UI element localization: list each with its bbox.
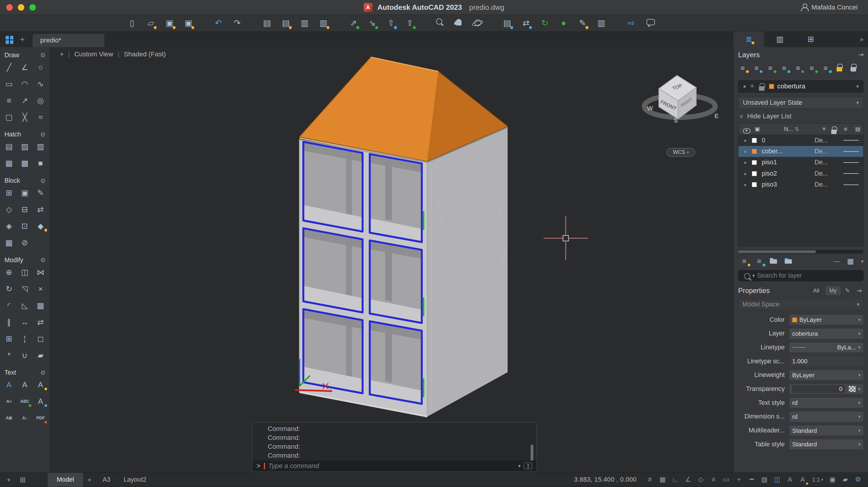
- property-value-field[interactable]: rd ▾: [789, 412, 864, 422]
- trim-icon[interactable]: ×: [34, 283, 47, 295]
- new-property-filter-icon[interactable]: [783, 256, 795, 267]
- modify-section-header[interactable]: Modify ⚙: [0, 253, 50, 264]
- layer-states-icon[interactable]: ≡: [737, 63, 749, 73]
- filter-all-button[interactable]: All: [810, 286, 823, 295]
- draw-section-header[interactable]: Draw ⚙: [0, 49, 50, 59]
- write-block-icon[interactable]: ◈: [2, 220, 16, 232]
- layer-color-swatch[interactable]: [752, 160, 757, 165]
- gear-icon[interactable]: ⚙: [40, 131, 45, 138]
- property-value-field[interactable]: Standard ▾: [789, 425, 864, 436]
- edit-block-icon[interactable]: ✎: [34, 187, 47, 199]
- single-line-text-icon[interactable]: A: [18, 379, 31, 391]
- hatch-section-header[interactable]: Hatch ⚙: [0, 128, 50, 139]
- layers-panel-tab[interactable]: ≣: [734, 31, 765, 47]
- multiline-text-icon[interactable]: A: [2, 379, 16, 391]
- sheets-panel-tab[interactable]: ⊞: [795, 31, 827, 47]
- zoom-icon[interactable]: [434, 17, 445, 29]
- model-tab[interactable]: Model: [48, 473, 83, 487]
- batch-print-icon[interactable]: ▤: [280, 17, 292, 29]
- reference-manager-icon[interactable]: ▥: [595, 17, 607, 29]
- feedback-icon[interactable]: [644, 17, 656, 29]
- spell-check-icon[interactable]: ABC: [18, 395, 31, 407]
- isolate-objects-icon[interactable]: ▰▾: [840, 474, 851, 485]
- erase-icon[interactable]: ◻: [34, 333, 47, 345]
- text-style-icon[interactable]: A: [34, 379, 47, 391]
- create-block-icon[interactable]: ▣: [18, 187, 31, 199]
- grid-display-icon[interactable]: #▾: [645, 474, 655, 485]
- on-column-icon[interactable]: ☀: [819, 126, 829, 132]
- quick-select-icon[interactable]: ✎: [843, 286, 852, 295]
- command-window[interactable]: Command:Command:Command:Command: > Type …: [252, 422, 537, 472]
- line-icon[interactable]: ╱: [2, 61, 16, 73]
- new-vp-frozen-layer-icon[interactable]: ≡: [753, 256, 766, 267]
- break-icon[interactable]: ¦: [18, 333, 31, 345]
- layer-status-icon[interactable]: ●: [739, 182, 752, 187]
- layer-translator-icon[interactable]: ⇄: [520, 17, 532, 29]
- mirror-icon[interactable]: ⋈: [34, 266, 47, 278]
- donut-icon[interactable]: ◎: [34, 94, 47, 106]
- new-file-icon[interactable]: ▯: [126, 17, 138, 29]
- find-text-icon[interactable]: A: [34, 395, 47, 407]
- tab-overview-icon[interactable]: [6, 36, 9, 39]
- open-file-icon[interactable]: ▱: [145, 17, 157, 29]
- hatch-boundary-icon[interactable]: ▤: [2, 141, 16, 153]
- delete-layer-icon[interactable]: —: [833, 257, 840, 265]
- layer-color-swatch[interactable]: [752, 138, 757, 143]
- page-setup-icon[interactable]: ▥: [299, 17, 310, 29]
- gear-icon[interactable]: ⚙: [40, 369, 45, 376]
- array-icon[interactable]: ▦: [34, 299, 47, 311]
- new-group-filter-icon[interactable]: [768, 256, 780, 267]
- solid-fill-icon[interactable]: ■: [34, 157, 47, 169]
- layer-row[interactable]: ● piso3 De...: [739, 179, 863, 190]
- new-drawing-tab-button[interactable]: +: [20, 35, 25, 44]
- standards-status-icon[interactable]: ●: [558, 17, 569, 29]
- gear-icon[interactable]: ⚙: [40, 52, 45, 59]
- add-layout-button[interactable]: +: [83, 476, 96, 484]
- join-icon[interactable]: ∪: [18, 349, 31, 361]
- name-column-header[interactable]: N...: [784, 126, 793, 132]
- print-icon[interactable]: ▤: [261, 17, 273, 29]
- layer-columns-icon[interactable]: ▦: [844, 256, 857, 267]
- copy-icon[interactable]: ◫: [18, 266, 31, 278]
- save-as-icon[interactable]: ▣: [183, 17, 194, 29]
- command-input-row[interactable]: > Type a command ▾ ↥: [252, 461, 537, 471]
- rectangle-icon[interactable]: ▭: [2, 78, 16, 90]
- align-icon[interactable]: ⇄: [34, 316, 47, 328]
- plot-style-icon[interactable]: ▤: [501, 17, 513, 29]
- ray-icon[interactable]: ↗: [18, 94, 31, 106]
- selection-type-dropdown[interactable]: Model Space ▾: [738, 299, 864, 310]
- group-icon[interactable]: ▦: [2, 237, 16, 249]
- unlock-layer-icon[interactable]: [847, 63, 859, 73]
- thaw-all-layers-icon[interactable]: ≡: [820, 63, 832, 73]
- new-layer-icon[interactable]: ≡: [738, 256, 750, 267]
- current-layer-dropdown[interactable]: ● ☀ cobertura ▾: [738, 80, 864, 93]
- expand-command-history-icon[interactable]: ↥: [524, 463, 532, 469]
- layer-status-icon[interactable]: ●: [739, 171, 752, 176]
- annotation-autoscale-icon[interactable]: A▾: [797, 474, 808, 485]
- block-palette-icon[interactable]: ◆: [34, 220, 47, 232]
- off-layer-icon[interactable]: ≡: [792, 63, 804, 73]
- property-value-field[interactable]: ByLayer ▾: [789, 370, 864, 380]
- orbit-icon[interactable]: [472, 17, 483, 29]
- lock-column-icon[interactable]: [830, 125, 838, 133]
- columns-menu-icon[interactable]: ▤: [852, 126, 863, 132]
- save-icon[interactable]: ▣: [164, 17, 176, 29]
- share-view-icon[interactable]: ⇪: [404, 17, 415, 29]
- layer-state-dropdown[interactable]: Unsaved Layer State ▾: [738, 97, 864, 109]
- justify-text-icon[interactable]: A≡: [2, 395, 16, 407]
- layer-row[interactable]: ● cober... De...: [739, 146, 863, 157]
- sync-attributes-icon[interactable]: ⇄: [34, 203, 47, 215]
- plot-preview-icon[interactable]: ▥: [318, 17, 329, 29]
- snap-mode-icon[interactable]: ▦▾: [657, 474, 668, 485]
- arc-icon[interactable]: ◠: [18, 78, 31, 90]
- view-name-control[interactable]: Custom View: [74, 51, 113, 58]
- circle-icon[interactable]: ○: [34, 61, 47, 73]
- layer-row[interactable]: ● piso1 De...: [739, 157, 863, 168]
- wcs-dropdown[interactable]: WCS ▾: [666, 148, 695, 157]
- collapse-panel-icon[interactable]: ⇥: [855, 286, 864, 295]
- hatch-edit-icon[interactable]: ▥: [34, 141, 47, 153]
- collapse-panel-icon[interactable]: ⇥: [858, 51, 864, 59]
- markup-icon[interactable]: ✎: [577, 17, 588, 29]
- selection-cycling-icon[interactable]: ◫▾: [772, 474, 783, 485]
- chevron-down-icon[interactable]: ▾: [518, 463, 521, 469]
